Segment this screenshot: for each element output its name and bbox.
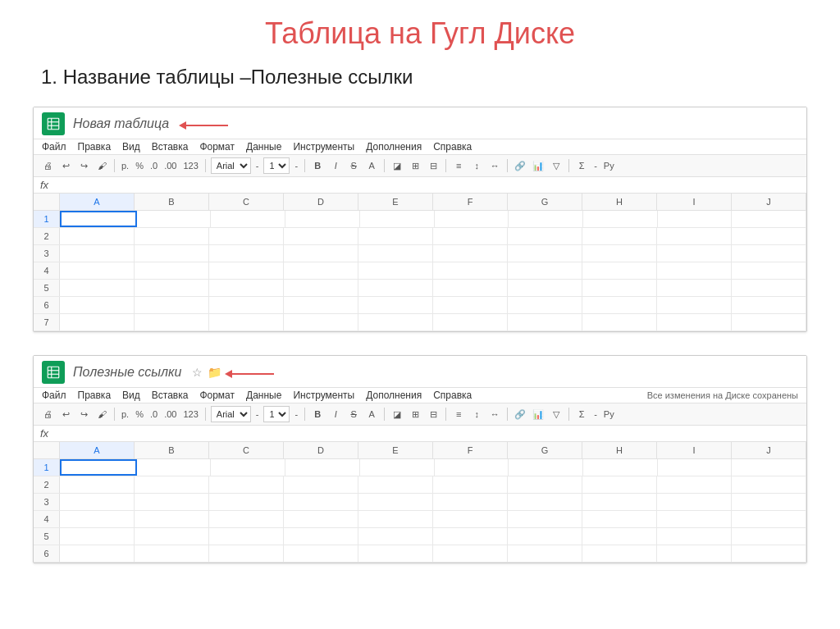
cell-H7-1[interactable]: [582, 314, 657, 330]
col-header-C2[interactable]: C: [209, 442, 284, 458]
cell-I3-1[interactable]: [657, 245, 732, 262]
cell-J3-2[interactable]: [732, 494, 806, 510]
cell-F2-1[interactable]: [433, 228, 508, 244]
ss2-chart-button[interactable]: 📊: [531, 407, 546, 422]
cell-I4-1[interactable]: [657, 262, 732, 279]
cell-E7-1[interactable]: [358, 314, 433, 330]
cell-F3-1[interactable]: [433, 245, 508, 262]
cell-G4-1[interactable]: [508, 262, 582, 279]
bold-button[interactable]: B: [310, 158, 325, 173]
col-header-A2[interactable]: A: [60, 442, 135, 458]
col-header-B1[interactable]: B: [135, 194, 209, 210]
cell-H2-2[interactable]: [582, 476, 657, 493]
cell-D3-2[interactable]: [284, 494, 358, 510]
cell-I7-1[interactable]: [657, 314, 732, 330]
redo-icon[interactable]: ↪: [76, 158, 91, 173]
cell-A1-2[interactable]: [60, 459, 137, 476]
cell-B4-2[interactable]: [135, 511, 209, 527]
ss1-menu-format[interactable]: Формат: [199, 141, 235, 153]
cell-G6-1[interactable]: [508, 297, 582, 313]
cell-A6-2[interactable]: [60, 545, 135, 562]
ss1-menu-view[interactable]: Вид: [122, 141, 140, 153]
ss2-menu-data[interactable]: Данные: [246, 390, 281, 401]
cell-F5-2[interactable]: [433, 528, 508, 545]
col-header-G1[interactable]: G: [508, 194, 582, 210]
col-header-C1[interactable]: C: [209, 194, 284, 210]
ss2-wrap-button[interactable]: ↔: [487, 407, 502, 422]
cell-G2-2[interactable]: [508, 476, 582, 493]
cell-H6-2[interactable]: [582, 545, 657, 562]
align-left-button[interactable]: ≡: [451, 158, 466, 173]
cell-C6-1[interactable]: [209, 297, 284, 313]
cell-B4-1[interactable]: [135, 262, 209, 279]
sum-button[interactable]: Σ: [574, 158, 589, 173]
cell-E1-1[interactable]: [360, 211, 435, 227]
ss2-undo-icon[interactable]: ↩: [58, 407, 73, 422]
cell-J4-1[interactable]: [732, 262, 806, 279]
cell-D4-2[interactable]: [284, 511, 358, 527]
col-header-D2[interactable]: D: [284, 442, 358, 458]
font-select[interactable]: Arial: [211, 157, 251, 174]
cell-E1-2[interactable]: [360, 459, 435, 476]
cell-D6-2[interactable]: [284, 545, 358, 562]
ss2-italic-button[interactable]: I: [328, 407, 343, 422]
col-header-D1[interactable]: D: [284, 194, 358, 210]
col-header-J2[interactable]: J: [732, 442, 806, 458]
cell-H1-1[interactable]: [583, 211, 658, 227]
cell-G6-2[interactable]: [508, 545, 582, 562]
cell-H4-1[interactable]: [582, 262, 657, 279]
ss1-menu-tools[interactable]: Инструменты: [293, 141, 354, 153]
cell-I3-2[interactable]: [657, 494, 732, 510]
ss1-menu-addons[interactable]: Дополнения: [366, 141, 422, 153]
cell-D1-2[interactable]: [285, 459, 360, 476]
ss2-menu-addons[interactable]: Дополнения: [366, 390, 422, 401]
cell-D6-1[interactable]: [284, 297, 358, 313]
cell-E5-1[interactable]: [358, 280, 433, 296]
paint-format-icon[interactable]: 🖌: [94, 158, 109, 173]
cell-G3-1[interactable]: [508, 245, 582, 262]
cell-E4-2[interactable]: [358, 511, 433, 527]
cell-I6-2[interactable]: [657, 545, 732, 562]
cell-C2-1[interactable]: [209, 228, 284, 244]
cell-E2-2[interactable]: [358, 476, 433, 493]
cell-G5-2[interactable]: [508, 528, 582, 545]
ss2-menu-file[interactable]: Файл: [42, 390, 66, 401]
col-header-I1[interactable]: I: [657, 194, 732, 210]
cell-A4-1[interactable]: [60, 262, 135, 279]
cell-B3-2[interactable]: [135, 494, 209, 510]
col-header-A1[interactable]: A: [60, 194, 135, 210]
cell-G7-1[interactable]: [508, 314, 582, 330]
ss2-merge-button[interactable]: ⊟: [426, 407, 441, 422]
ss2-fill-color-button[interactable]: ◪: [390, 407, 404, 422]
cell-C3-1[interactable]: [209, 245, 284, 262]
link-button[interactable]: 🔗: [513, 158, 527, 173]
cell-D5-2[interactable]: [284, 528, 358, 545]
cell-B7-1[interactable]: [135, 314, 209, 330]
cell-H1-2[interactable]: [583, 459, 658, 476]
cell-C3-2[interactable]: [209, 494, 284, 510]
cell-B6-2[interactable]: [135, 545, 209, 562]
col-header-J1[interactable]: J: [732, 194, 806, 210]
col-header-E1[interactable]: E: [358, 194, 433, 210]
chart-button[interactable]: 📊: [531, 158, 546, 173]
ss1-menu-data[interactable]: Данные: [246, 141, 281, 153]
ss1-menu-edit[interactable]: Правка: [78, 141, 112, 153]
ss2-menu-insert[interactable]: Вставка: [152, 390, 189, 401]
cell-F4-2[interactable]: [433, 511, 508, 527]
merge-button[interactable]: ⊟: [426, 158, 441, 173]
ss2-menu-edit[interactable]: Правка: [78, 390, 112, 401]
cell-C4-1[interactable]: [209, 262, 284, 279]
cell-D2-2[interactable]: [284, 476, 358, 493]
cell-H3-1[interactable]: [582, 245, 657, 262]
cell-A5-2[interactable]: [60, 528, 135, 545]
ss2-font-color-button[interactable]: A: [364, 407, 379, 422]
cell-A3-2[interactable]: [60, 494, 135, 510]
cell-C2-2[interactable]: [209, 476, 284, 493]
cell-J3-1[interactable]: [732, 245, 806, 262]
cell-I4-2[interactable]: [657, 511, 732, 527]
cell-H3-2[interactable]: [582, 494, 657, 510]
italic-button[interactable]: I: [328, 158, 343, 173]
cell-G1-2[interactable]: [509, 459, 583, 476]
cell-C5-1[interactable]: [209, 280, 284, 296]
ss2-link-button[interactable]: 🔗: [513, 407, 527, 422]
